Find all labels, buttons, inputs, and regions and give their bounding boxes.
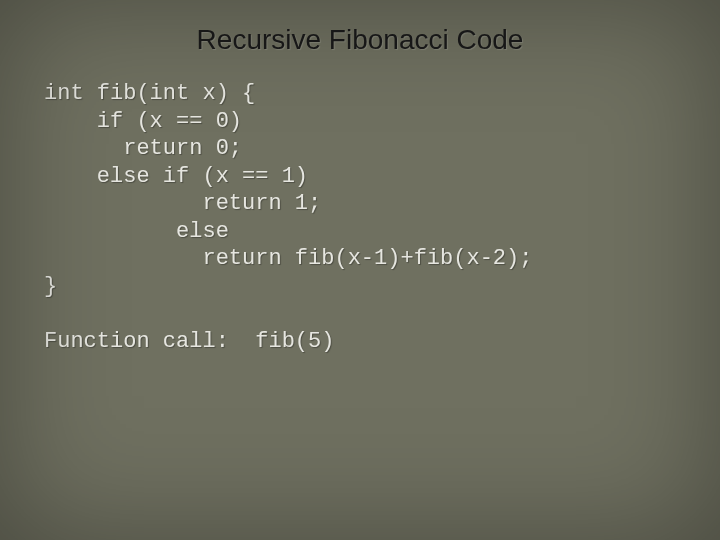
code-block: int fib(int x) { if (x == 0) return 0; e…: [44, 80, 684, 300]
code-line-5: return 1;: [44, 191, 321, 216]
code-line-4: else if (x == 1): [44, 164, 308, 189]
code-line-3: return 0;: [44, 136, 242, 161]
code-line-6: else: [44, 219, 229, 244]
function-call-value: fib(5): [255, 329, 334, 354]
code-line-8: }: [44, 274, 57, 299]
function-call-line: Function call: fib(5): [44, 328, 684, 356]
code-line-2: if (x == 0): [44, 109, 242, 134]
function-call-label: Function call:: [44, 329, 229, 354]
code-line-1: int fib(int x) {: [44, 81, 255, 106]
slide-title: Recursive Fibonacci Code: [36, 24, 684, 56]
code-line-7: return fib(x-1)+fib(x-2);: [44, 246, 532, 271]
slide: Recursive Fibonacci Code int fib(int x) …: [0, 0, 720, 540]
